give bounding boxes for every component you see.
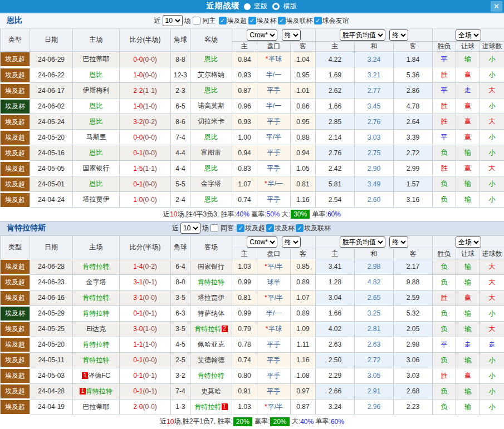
team-header-bar: 恩比 近 10 场 同主 ✓埃及超✓埃及杯✓埃及联杯✓球会友谊 <box>0 13 504 28</box>
result-goals: 小 <box>480 399 504 415</box>
subcol-avg-draw: 和 <box>355 249 394 259</box>
near-label: 近 <box>172 224 179 233</box>
home-team-name: 恩比 <box>90 102 103 110</box>
away-team-name: 恩比 <box>204 164 218 172</box>
result-goals: 小 <box>480 98 504 114</box>
full-score: 1-0 <box>133 196 143 204</box>
scope-select[interactable]: 全场 <box>456 29 481 41</box>
handicap-changed-marker: * <box>266 55 268 63</box>
handicap: 半/一 <box>257 67 291 83</box>
result-goals: 大 <box>480 290 504 305</box>
home-team: 恩比 <box>73 98 120 114</box>
match-row: 埃及超24-04-19巴拉蒂耶2-0(0-0)1-3肯特拉特11.03*平/半0… <box>1 399 504 415</box>
home-odds: 0.93 <box>232 67 257 83</box>
home-team: 金字塔 <box>73 274 120 290</box>
full-score: 0-1 <box>133 149 143 157</box>
league-checkbox[interactable]: ✓ <box>248 17 256 24</box>
away-odds: 0.81 <box>291 176 316 192</box>
result-handicap: 输 <box>456 352 480 368</box>
half-score: (0-0) <box>143 56 157 63</box>
odds-company-select[interactable]: Crow* <box>247 29 277 41</box>
odds-final-select[interactable]: 终 <box>282 236 301 248</box>
home-team: 巴拉蒂耶 <box>73 52 120 67</box>
avg-final-select[interactable]: 终 <box>389 29 408 41</box>
away-odds: 1.09 <box>291 321 316 337</box>
handicap-text: 半/一 <box>266 71 281 78</box>
away-team: 佩哈亚克 <box>190 337 232 352</box>
result-handicap: 输 <box>456 321 480 337</box>
full-score: 3-1 <box>133 278 143 286</box>
games-count-select[interactable]: 10 <box>163 15 183 26</box>
same-venue-checkbox[interactable] <box>211 224 218 232</box>
match-date: 24-06-02 <box>30 98 73 114</box>
same-venue-checkbox[interactable] <box>193 17 200 24</box>
league-filters: ✓埃及超✓埃及杯✓埃及联杯✓球会友谊 <box>219 16 350 26</box>
home-team-name: 肯特拉特 <box>83 341 110 348</box>
home-team: 国家银行 <box>73 161 120 176</box>
away-team: 特萨纳体 <box>190 305 232 321</box>
handicap-text: 半/一 <box>268 180 283 188</box>
match-date: 24-04-24 <box>30 192 73 208</box>
match-row: 埃及超24-05-25El达克3-0(1-0)3-5肯特拉特20.79*半球1.… <box>1 321 504 337</box>
half-score: (1-1) <box>143 87 157 95</box>
avg-draw-odds: 2.91 <box>355 383 394 399</box>
horizontal-layout-label[interactable]: 横版 <box>283 2 297 10</box>
handicap: 平手 <box>257 114 291 130</box>
subcol-handicap: 盘口 <box>257 249 291 259</box>
away-team: 艾尔格纳 <box>190 67 232 83</box>
match-row: 埃及超24-05-20马斯里0-0(0-0)7-4恩比1.00平/半0.882.… <box>1 130 504 145</box>
league-checkbox[interactable]: ✓ <box>278 17 286 24</box>
avg-odds-select[interactable]: 胜平负均值 <box>340 236 385 248</box>
avg-home-odds: 2.50 <box>316 352 355 368</box>
avg-home-odds: 1.28 <box>316 274 355 290</box>
vertical-layout-radio[interactable] <box>244 3 251 10</box>
avg-draw-odds: 3.03 <box>355 130 394 145</box>
away-team: 金字塔 <box>190 176 232 192</box>
home-team-name: 金字塔 <box>86 278 106 286</box>
league-checkbox[interactable]: ✓ <box>266 224 274 232</box>
home-team-name: 伊斯梅利 <box>83 86 110 94</box>
competition-badge: 埃及超 <box>1 369 30 383</box>
match-row: 埃及超24-06-17伊斯梅利2-2(1-1)2-3恩比0.87平手1.012.… <box>1 83 504 98</box>
odds-final-select[interactable]: 终 <box>282 29 301 41</box>
avg-odds-select[interactable]: 胜平负均值 <box>340 29 385 41</box>
league-checkbox[interactable]: ✓ <box>237 224 244 232</box>
corners: 2-5 <box>171 352 190 368</box>
rank-badge: 1 <box>82 372 88 379</box>
odds-company-select[interactable]: Crow* <box>247 236 277 248</box>
league-checkbox[interactable]: ✓ <box>296 224 304 232</box>
match-row: 埃及超24-05-16恩比0-1(0-0)4-4富图雷0.94平手0.942.7… <box>1 145 504 161</box>
avg-home-odds: 1.66 <box>316 98 355 114</box>
summary-part: 场,胜2平1负7, 胜率: <box>174 417 232 426</box>
horizontal-layout-radio[interactable] <box>272 3 280 10</box>
avg-draw-odds: 2.72 <box>355 352 394 368</box>
summary-part: 40% <box>300 418 314 426</box>
avg-home-odds: 1.66 <box>316 305 355 321</box>
close-icon[interactable]: ✕ <box>491 1 502 12</box>
away-odds: 0.85 <box>291 259 316 274</box>
avg-draw-odds: 2.76 <box>355 114 394 130</box>
avg-away-odds: 5.32 <box>394 305 433 321</box>
match-row: 埃及超24-06-23金字塔3-1(0-1)8-0肯特拉特0.99球半0.891… <box>1 274 504 290</box>
match-type: 埃及超 <box>1 352 30 368</box>
result-wdl: 胜 <box>433 368 456 383</box>
match-type: 埃及超 <box>1 161 30 176</box>
handicap-text: 半/一 <box>266 102 281 110</box>
half-score: (1-0) <box>143 325 157 333</box>
scope-select[interactable]: 全场 <box>456 236 481 248</box>
games-count-select[interactable]: 10 <box>180 223 200 234</box>
score: 3-0(1-0) <box>120 321 171 337</box>
avg-away-odds: 2.64 <box>394 114 433 130</box>
match-date: 24-05-29 <box>30 305 73 321</box>
handicap-text: 平/半 <box>268 294 283 302</box>
league-checkbox[interactable]: ✓ <box>314 17 322 24</box>
league-checkbox[interactable]: ✓ <box>219 17 227 24</box>
vertical-layout-label[interactable]: 竖版 <box>254 2 267 10</box>
col-header-away: 客场 <box>190 28 232 52</box>
competition-badge: 埃及超 <box>1 275 30 289</box>
match-date: 24-06-16 <box>30 290 73 305</box>
handicap-text: 半球 <box>268 55 282 63</box>
handicap: *平/半 <box>257 290 291 305</box>
avg-final-select[interactable]: 终 <box>389 236 408 248</box>
home-odds: 0.93 <box>232 114 257 130</box>
